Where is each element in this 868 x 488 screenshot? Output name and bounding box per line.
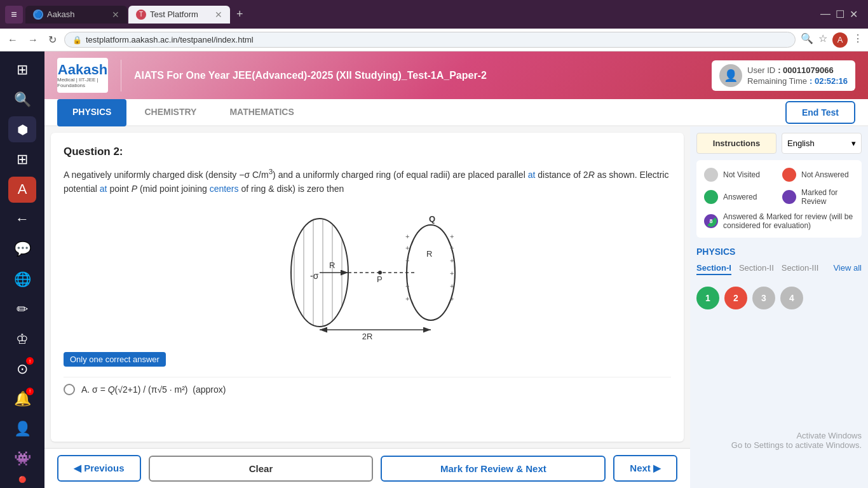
svg-text:+: + bbox=[450, 282, 454, 290]
tab-label-test: Test Platform bbox=[150, 10, 198, 19]
sidebar-icon-notification[interactable]: 🔔 ! bbox=[8, 386, 36, 412]
sidebar-icon-back[interactable]: ← bbox=[8, 207, 36, 233]
sidebar-toggle[interactable]: ≡ bbox=[5, 6, 23, 24]
previous-button[interactable]: ◀ Previous bbox=[57, 455, 141, 482]
svg-text:-σ: -σ bbox=[310, 271, 319, 281]
answer-type-badge: Only one correct answer bbox=[64, 352, 166, 367]
user-id-label: User ID bbox=[747, 65, 775, 75]
question-number-4[interactable]: 4 bbox=[780, 287, 803, 309]
tab-chemistry[interactable]: CHEMISTRY bbox=[129, 99, 212, 126]
logo-area: Aakash Medical | IIT-JEE | Foundations bbox=[57, 58, 108, 93]
question-panel: Question 2: A negatively uniformly charg… bbox=[51, 133, 684, 442]
option-a-radio[interactable] bbox=[64, 384, 75, 395]
legend-not-visited: Not Visited bbox=[704, 168, 776, 182]
logo-image: Aakash Medical | IIT-JEE | Foundations bbox=[57, 58, 108, 93]
time-label: Remaining Time bbox=[747, 76, 807, 86]
svg-text:+: + bbox=[405, 233, 409, 240]
section-physics-label: PHYSICS bbox=[696, 247, 862, 257]
sidebar-icon-grid[interactable]: ⊞ bbox=[8, 146, 36, 172]
sidebar-icon-apps[interactable]: ⬢ bbox=[8, 116, 36, 142]
minimize-button[interactable]: — bbox=[820, 8, 831, 20]
new-tab-button[interactable]: + bbox=[231, 5, 248, 24]
svg-text:2R: 2R bbox=[362, 332, 373, 339]
sidebar-icon-clock[interactable]: ⊙ ! bbox=[8, 356, 36, 382]
tab-favicon-test: T bbox=[136, 10, 146, 20]
sidebar-icon-monster[interactable]: 👾 bbox=[8, 446, 36, 472]
svg-text:+: + bbox=[405, 257, 409, 264]
user-info-box: 👤 User ID : 00011079066 Remaining Time :… bbox=[712, 60, 855, 91]
sidebar-icon-windows[interactable]: ⊞ bbox=[8, 57, 36, 83]
svg-text:+: + bbox=[405, 295, 409, 302]
legend-answered-marked: 8 Answered & Marked for review (will be … bbox=[704, 212, 854, 230]
question-number-3[interactable]: 3 bbox=[752, 287, 775, 309]
tab-favicon-aakash: 🔵 bbox=[33, 10, 43, 20]
legend-dot-marked bbox=[782, 190, 796, 204]
sidebar-icon-chat[interactable]: 💬 bbox=[8, 236, 36, 262]
subject-tabs: PHYSICS CHEMISTRY MATHEMATICS End Test bbox=[44, 99, 868, 126]
test-title: AIATS For One Year JEE(Advanced)-2025 (X… bbox=[134, 70, 699, 81]
bottom-navigation: ◀ Previous Clear Mark for Review & Next … bbox=[44, 448, 690, 488]
legend-marked-review: Marked for Review bbox=[782, 188, 854, 206]
legend-label-not-visited: Not Visited bbox=[723, 170, 760, 179]
question-number-2[interactable]: 2 bbox=[724, 287, 747, 309]
sidebar-icon-profile[interactable]: 👤 bbox=[8, 416, 36, 442]
svg-text:+: + bbox=[405, 282, 409, 290]
svg-text:+: + bbox=[405, 244, 409, 252]
sidebar-icon-search[interactable]: 🔍 bbox=[8, 86, 36, 112]
legend-dot-answered bbox=[704, 190, 718, 204]
menu-button[interactable]: ⋮ bbox=[853, 32, 863, 48]
svg-text:Q: Q bbox=[429, 214, 435, 224]
profile-button[interactable]: A bbox=[832, 32, 848, 48]
svg-text:+: + bbox=[450, 295, 454, 302]
language-selector[interactable]: English ▾ bbox=[782, 133, 862, 154]
instructions-button[interactable]: Instructions bbox=[696, 133, 776, 154]
option-a-text: A. σ = Q(√2+1) / (π√5 · m²) (approx) bbox=[81, 384, 226, 395]
forward-button[interactable]: → bbox=[25, 32, 41, 48]
reload-button[interactable]: ↻ bbox=[46, 31, 59, 48]
legend-label-answered: Answered bbox=[723, 193, 757, 201]
tab-testplatform[interactable]: T Test Platform ✕ bbox=[128, 6, 230, 24]
left-sidebar: ⊞ 🔍 ⬢ ⊞ A ← 💬 🌐 ✏ ♔ ⊙ ! 🔔 ! 👤 👾 🔴 bbox=[0, 51, 44, 488]
svg-text:+: + bbox=[450, 257, 454, 264]
section-tab-2[interactable]: Section-II bbox=[739, 263, 774, 275]
question-text: A negatively uniformly charged disk (den… bbox=[64, 166, 671, 196]
end-test-button[interactable]: End Test bbox=[785, 101, 855, 124]
tab-mathematics[interactable]: MATHEMATICS bbox=[214, 99, 309, 126]
close-window-button[interactable]: ✕ bbox=[850, 8, 858, 20]
legend-label-marked: Marked for Review bbox=[801, 188, 854, 206]
svg-text:P: P bbox=[377, 274, 383, 284]
clear-button[interactable]: Clear bbox=[149, 456, 374, 482]
sidebar-icon-edit[interactable]: ✏ bbox=[8, 296, 36, 322]
right-panel: Instructions English ▾ Not Visited Not A… bbox=[690, 126, 868, 488]
back-button[interactable]: ← bbox=[5, 32, 20, 48]
question-number-1[interactable]: 1 bbox=[696, 287, 719, 309]
section-tab-1[interactable]: Section-I bbox=[696, 263, 731, 275]
option-a-row[interactable]: A. σ = Q(√2+1) / (π√5 · m²) (approx) bbox=[64, 377, 671, 402]
next-button[interactable]: Next ▶ bbox=[613, 455, 677, 482]
svg-text:+: + bbox=[450, 244, 454, 252]
sidebar-icon-crown[interactable]: ♔ bbox=[8, 326, 36, 352]
tab-aakash[interactable]: 🔵 Aakash ✕ bbox=[25, 6, 127, 24]
tab-close-aakash[interactable]: ✕ bbox=[112, 10, 119, 20]
legend-dot-not-visited bbox=[704, 168, 718, 182]
legend-label-not-answered: Not Answered bbox=[801, 170, 849, 179]
sidebar-icon-a[interactable]: A bbox=[8, 177, 36, 203]
question-numbers: 1 2 3 4 bbox=[696, 287, 862, 309]
legend-dot-answered-marked: 8 bbox=[704, 214, 718, 228]
address-input[interactable]: 🔒 testplatform.aakash.ac.in/testpanel/in… bbox=[64, 32, 796, 48]
maximize-button[interactable]: ☐ bbox=[836, 8, 844, 20]
section-tab-3[interactable]: Section-III bbox=[782, 263, 819, 275]
tab-close-test[interactable]: ✕ bbox=[215, 10, 222, 20]
tab-label-aakash: Aakash bbox=[47, 10, 74, 19]
svg-text:R: R bbox=[329, 261, 335, 270]
mark-review-button[interactable]: Mark for Review & Next bbox=[381, 456, 606, 482]
tab-physics[interactable]: PHYSICS bbox=[57, 99, 126, 126]
svg-text:R: R bbox=[426, 249, 432, 259]
sidebar-icon-chrome[interactable]: 🌐 bbox=[8, 266, 36, 292]
right-top-bar: Instructions English ▾ bbox=[696, 133, 862, 154]
bookmark-button[interactable]: ☆ bbox=[818, 32, 827, 48]
zoom-button[interactable]: 🔍 bbox=[801, 32, 813, 48]
header-divider bbox=[121, 60, 121, 92]
main-app: Aakash Medical | IIT-JEE | Foundations A… bbox=[44, 51, 868, 488]
view-all-link[interactable]: View all bbox=[833, 263, 862, 275]
